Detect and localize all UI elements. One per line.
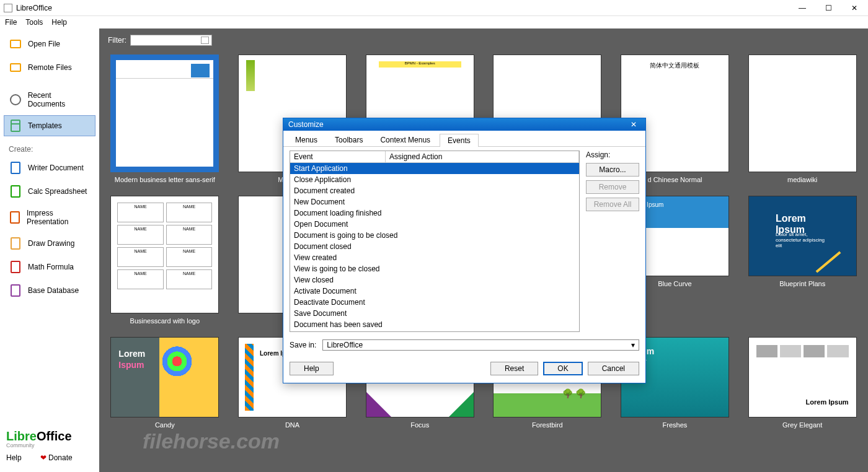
sidebar-impress[interactable]: Impress Presentation — [4, 204, 95, 230]
event-row[interactable]: Activate Document — [290, 286, 579, 297]
event-row[interactable]: Document is going to be closed — [290, 230, 579, 241]
sidebar-item-label: Base Database — [28, 286, 79, 295]
event-row[interactable]: Close Application — [290, 174, 579, 185]
cancel-button[interactable]: Cancel — [588, 362, 639, 375]
sidebar-item-label: Templates — [28, 121, 62, 130]
tab-menus[interactable]: Menus — [287, 133, 326, 146]
sidebar-open-file[interactable]: Open File — [4, 33, 95, 55]
sidebar-templates[interactable]: Templates — [4, 115, 95, 136]
macro-button[interactable]: Macro... — [586, 163, 639, 177]
sidebar-draw[interactable]: Draw Drawing — [4, 233, 95, 254]
template-label: Focus — [410, 421, 429, 429]
template-card[interactable]: Lorem Ipsum Grey Elegant — [745, 337, 859, 429]
sidebar-item-label: Impress Presentation — [27, 209, 90, 226]
dialog-titlebar[interactable]: Customize ✕ — [283, 118, 645, 131]
event-row[interactable]: View closed — [290, 274, 579, 286]
menu-tools[interactable]: Tools — [25, 18, 43, 27]
menu-file[interactable]: File — [5, 18, 17, 27]
assign-label: Assign: — [586, 151, 639, 159]
candy-t2: Ispum — [118, 360, 144, 370]
folder-icon — [10, 40, 21, 48]
filter-label: Filter: — [108, 36, 126, 45]
impress-icon — [10, 211, 20, 224]
event-row[interactable]: Document has been saved — [290, 319, 579, 330]
template-card[interactable]: LoremIspum Candy — [108, 337, 222, 429]
dialog-close-button[interactable]: ✕ — [627, 120, 640, 129]
event-row[interactable]: Document loading finished — [290, 208, 579, 219]
dialog-title: Customize — [288, 120, 627, 129]
template-label: Freshes — [663, 421, 688, 429]
event-row[interactable]: Save Document — [290, 308, 579, 319]
event-row[interactable]: Document closed — [290, 241, 579, 252]
template-card[interactable]: Modern business letter sans-serif — [108, 55, 222, 183]
event-row[interactable]: Saving of document failed — [290, 330, 579, 331]
tab-events[interactable]: Events — [440, 134, 479, 147]
donate-link[interactable]: ❤ Donate — [40, 453, 73, 462]
dialog-tabs: Menus Toolbars Context Menus Events — [283, 131, 645, 147]
filter-dropdown[interactable]: All Documents ▾ — [130, 35, 212, 46]
brand-logo: LibreOffice — [6, 429, 93, 444]
base-icon — [11, 284, 20, 297]
menu-bar: File Tools Help — [0, 16, 868, 28]
events-list[interactable]: Start ApplicationClose ApplicationDocume… — [290, 163, 579, 331]
lorem-sub: Dolor sit amet, consectetur adipiscing e… — [776, 232, 830, 248]
lorem-title: Lorem Ipsum — [806, 398, 849, 406]
sidebar-item-label: Recent Documents — [28, 91, 90, 108]
template-label: Businesscard with logo — [130, 317, 200, 325]
template-label: Grey Elegant — [782, 421, 822, 429]
minimize-button[interactable]: — — [795, 2, 810, 14]
sidebar: Open File Remote Files Recent Documents … — [0, 28, 99, 472]
template-card[interactable]: NAMENAMENAMENAMENAMENAMENAMENAME Busines… — [108, 196, 222, 325]
template-card[interactable]: Lorem IpsumDolor sit amet, consectetur a… — [745, 196, 859, 325]
menu-help[interactable]: Help — [51, 18, 67, 27]
event-row[interactable]: View is going to be closed — [290, 263, 579, 274]
ok-button[interactable]: OK — [543, 362, 582, 375]
template-icon — [11, 120, 20, 132]
sidebar-item-label: Open File — [28, 40, 60, 48]
template-label: d Chinese Normal — [647, 176, 702, 183]
sidebar-item-label: Remote Files — [28, 63, 72, 72]
calc-icon — [11, 185, 20, 198]
clock-icon — [10, 94, 21, 105]
sidebar-calc[interactable]: Calc Spreadsheet — [4, 181, 95, 202]
reset-button[interactable]: Reset — [490, 362, 538, 375]
folder-icon — [10, 63, 21, 72]
event-row[interactable]: New Document — [290, 196, 579, 208]
candy-t1: Lorem — [118, 349, 145, 359]
column-event[interactable]: Event — [290, 151, 386, 162]
sidebar-math[interactable]: Math Formula — [4, 256, 95, 278]
column-assigned-action[interactable]: Assigned Action — [386, 151, 579, 162]
help-button[interactable]: Help — [290, 362, 334, 375]
app-icon — [4, 4, 12, 12]
event-row[interactable]: Start Application — [290, 163, 579, 174]
event-row[interactable]: Deactivate Document — [290, 297, 579, 308]
draw-icon — [11, 237, 20, 250]
remove-button[interactable]: Remove — [586, 180, 639, 194]
window-titlebar: LibreOffice — ☐ ✕ — [0, 0, 868, 16]
sidebar-writer[interactable]: Writer Document — [4, 157, 95, 178]
event-row[interactable]: View created — [290, 252, 579, 263]
tab-toolbars[interactable]: Toolbars — [327, 133, 371, 146]
remove-all-button[interactable]: Remove All — [586, 198, 639, 211]
create-section-label: Create: — [9, 145, 95, 154]
event-row[interactable]: Open Document — [290, 219, 579, 230]
watermark: filehorse.com — [143, 429, 280, 453]
sidebar-base[interactable]: Base Database — [4, 280, 95, 301]
help-link[interactable]: Help — [6, 453, 22, 462]
sidebar-item-label: Writer Document — [28, 164, 84, 172]
save-in-value: LibreOffice — [327, 341, 363, 349]
close-button[interactable]: ✕ — [847, 2, 862, 14]
event-row[interactable]: Document created — [290, 185, 579, 196]
template-card[interactable]: mediawiki — [745, 55, 859, 183]
sidebar-item-label: Draw Drawing — [28, 239, 74, 248]
template-label: Blue Curve — [658, 280, 691, 287]
template-label: Modern business letter sans-serif — [115, 176, 215, 183]
save-in-dropdown[interactable]: LibreOffice ▾ — [322, 339, 639, 351]
chinese-title: 简体中文通用模板 — [621, 55, 728, 76]
tab-context-menus[interactable]: Context Menus — [372, 133, 438, 146]
filter-value: All Documents — [133, 36, 181, 45]
chevron-down-icon: ▾ — [201, 37, 209, 44]
sidebar-recent-documents[interactable]: Recent Documents — [4, 87, 95, 113]
maximize-button[interactable]: ☐ — [821, 2, 836, 14]
sidebar-remote-files[interactable]: Remote Files — [4, 57, 95, 78]
